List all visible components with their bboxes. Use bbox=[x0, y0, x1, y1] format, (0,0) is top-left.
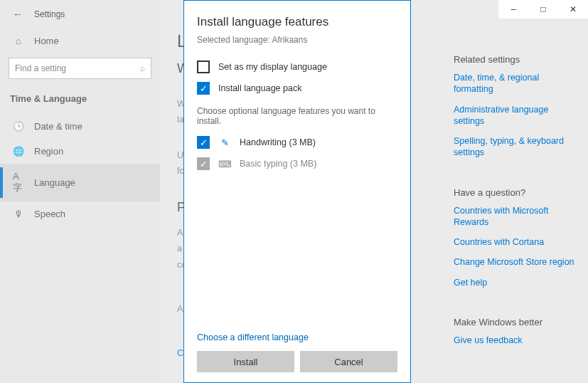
link-feedback[interactable]: Give us feedback bbox=[454, 335, 579, 346]
better-heading: Make Windows better bbox=[454, 317, 579, 327]
handwriting-icon: ✎ bbox=[218, 137, 231, 148]
option-label: Install language pack bbox=[218, 83, 301, 93]
choose-different-language-link[interactable]: Choose a different language bbox=[197, 332, 397, 342]
related-panel: Related settings Date, time, & regional … bbox=[454, 54, 579, 355]
settings-header: ← Settings bbox=[0, 6, 160, 28]
option-label: Set as my display language bbox=[218, 62, 327, 72]
nav-label: Region bbox=[34, 146, 63, 157]
window-controls: – □ ✕ bbox=[498, 0, 588, 19]
dialog-title: Install language features bbox=[197, 15, 397, 29]
sidebar-item-speech[interactable]: 🎙 Speech bbox=[0, 201, 160, 226]
dialog-buttons: Install Cancel bbox=[197, 351, 397, 372]
sidebar-item-region[interactable]: 🌐 Region bbox=[0, 139, 160, 164]
minimize-button[interactable]: – bbox=[498, 0, 528, 19]
link-cortana-countries[interactable]: Countries with Cortana bbox=[454, 236, 579, 248]
option-basic-typing: ✓ ⌨ Basic typing (3 MB) bbox=[197, 153, 397, 174]
install-button[interactable]: Install bbox=[197, 351, 294, 372]
settings-title: Settings bbox=[34, 9, 65, 19]
sidebar-item-language[interactable]: A字 Language bbox=[0, 164, 160, 201]
option-label: Basic typing (3 MB) bbox=[240, 159, 316, 169]
nav-label: Language bbox=[34, 177, 75, 188]
clock-icon: 🕒 bbox=[13, 121, 24, 132]
question-heading: Have a question? bbox=[454, 187, 579, 198]
microphone-icon: 🎙 bbox=[13, 209, 24, 219]
maximize-button[interactable]: □ bbox=[528, 0, 558, 19]
search-input[interactable]: ⌕ bbox=[9, 58, 151, 79]
home-label: Home bbox=[34, 36, 59, 46]
back-icon[interactable]: ← bbox=[13, 9, 23, 20]
search-field[interactable] bbox=[15, 63, 140, 73]
home-nav[interactable]: ⌂ Home bbox=[0, 28, 160, 53]
option-handwriting[interactable]: ✓ ✎ Handwriting (3 MB) bbox=[197, 132, 397, 153]
nav-label: Speech bbox=[34, 209, 65, 219]
nav-section-header: Time & Language bbox=[0, 92, 160, 114]
link-store-region[interactable]: Change Microsoft Store region bbox=[454, 256, 579, 268]
install-language-dialog: Install language features Selected langu… bbox=[183, 0, 411, 383]
checkbox-checked-icon[interactable]: ✓ bbox=[197, 136, 210, 149]
nav-label: Date & time bbox=[34, 121, 82, 132]
link-keyboard-settings[interactable]: Spelling, typing, & keyboard settings bbox=[454, 135, 579, 159]
search-icon: ⌕ bbox=[140, 63, 145, 73]
option-install-pack[interactable]: ✓ Install language pack bbox=[197, 78, 397, 99]
home-icon: ⌂ bbox=[13, 36, 24, 46]
spacer bbox=[197, 174, 397, 332]
option-set-display[interactable]: Set as my display language bbox=[197, 56, 397, 78]
checkbox-unchecked-icon[interactable] bbox=[197, 61, 210, 73]
checkbox-checked-icon[interactable]: ✓ bbox=[197, 82, 210, 95]
keyboard-icon: ⌨ bbox=[218, 159, 231, 169]
settings-sidebar: ← Settings ⌂ Home ⌕ Time & Language 🕒 Da… bbox=[0, 0, 160, 383]
globe-icon: 🌐 bbox=[13, 146, 24, 157]
selected-language: Selected language: Afrikaans bbox=[197, 35, 397, 45]
link-date-formatting[interactable]: Date, time, & regional formatting bbox=[454, 72, 579, 95]
sidebar-item-datetime[interactable]: 🕒 Date & time bbox=[0, 114, 160, 139]
option-label: Handwriting (3 MB) bbox=[240, 137, 316, 147]
cancel-button[interactable]: Cancel bbox=[300, 351, 397, 372]
optional-features-heading: Choose optional language features you wa… bbox=[197, 106, 397, 126]
close-button[interactable]: ✕ bbox=[558, 0, 588, 19]
link-get-help[interactable]: Get help bbox=[454, 277, 579, 288]
link-ms-rewards[interactable]: Countries with Microsoft Rewards bbox=[454, 205, 579, 229]
related-heading: Related settings bbox=[454, 54, 579, 65]
checkbox-disabled-icon: ✓ bbox=[197, 157, 210, 170]
language-icon: A字 bbox=[13, 171, 24, 194]
link-admin-language[interactable]: Administrative language settings bbox=[454, 104, 579, 127]
